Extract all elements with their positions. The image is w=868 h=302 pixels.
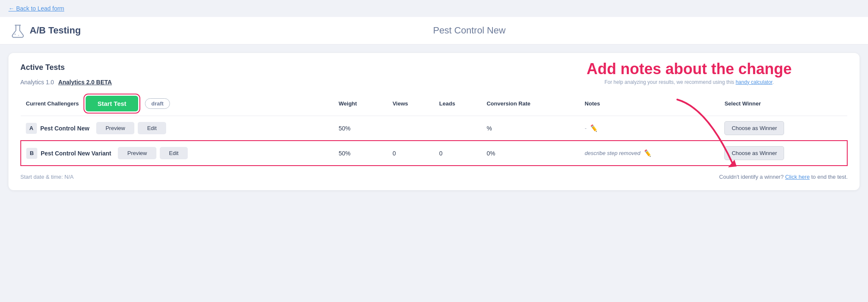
row-b-winner-cell: Choose as Winner xyxy=(719,141,847,166)
row-a-choose-winner-button[interactable]: Choose as Winner xyxy=(724,121,784,135)
header-center-title: Pest Control New xyxy=(81,25,858,36)
svg-point-0 xyxy=(14,33,16,35)
table-header-row: Current Challengers Start Test draft Wei… xyxy=(21,91,847,116)
back-to-lead-form-link[interactable]: Back to Lead form xyxy=(0,0,73,17)
ab-test-table: Current Challengers Start Test draft Wei… xyxy=(20,91,848,166)
row-b-leads: 0 xyxy=(434,141,481,166)
page-wrapper: Back to Lead form A/B Testing Pest Contr… xyxy=(0,0,868,302)
variant-badge-a: A xyxy=(26,123,37,134)
row-a-notes-edit-icon[interactable]: ✏️ xyxy=(589,124,598,132)
start-date: Start date & time: N/A xyxy=(20,174,74,180)
th-conversion-rate: Conversion Rate xyxy=(481,91,579,116)
row-a-leads xyxy=(434,116,481,141)
end-test-link[interactable]: Click here xyxy=(785,174,810,180)
th-weight: Weight xyxy=(334,91,387,116)
svg-point-1 xyxy=(18,35,19,36)
row-b-views: 0 xyxy=(387,141,434,166)
draft-badge: draft xyxy=(145,98,170,109)
row-a-notes-cell: - ✏️ xyxy=(580,116,720,141)
flask-icon xyxy=(10,23,25,38)
tab-analytics-2[interactable]: Analytics 2.0 BETA xyxy=(58,79,112,86)
header-bar: A/B Testing Pest Control New xyxy=(0,17,868,44)
tab-analytics-1[interactable]: Analytics 1.0 xyxy=(20,79,54,86)
ab-testing-card: Add notes about the change For help anal… xyxy=(8,53,860,190)
row-a-edit-button[interactable]: Edit xyxy=(138,122,166,134)
row-b-notes-value: describe step removed xyxy=(585,150,641,156)
th-challengers: Current Challengers Start Test draft xyxy=(21,91,334,116)
main-content: Add notes about the change For help anal… xyxy=(8,53,860,190)
row-b-weight: 50% xyxy=(334,141,387,166)
row-a-preview-button[interactable]: Preview xyxy=(96,122,134,134)
logo-area: A/B Testing xyxy=(10,23,81,38)
variant-badge-b: B xyxy=(26,148,37,159)
active-tests-label: Active Tests xyxy=(20,63,65,72)
table-row: A Pest Control New Preview Edit 50% xyxy=(21,116,847,141)
row-b-edit-button[interactable]: Edit xyxy=(160,147,188,159)
header-title: A/B Testing xyxy=(30,25,81,36)
start-test-button[interactable]: Start Test xyxy=(86,96,138,111)
row-b-notes-edit-icon[interactable]: ✏️ xyxy=(643,149,651,157)
row-b-notes-cell: describe step removed ✏️ xyxy=(580,141,720,166)
table-row: B Pest Control New Variant Preview Edit … xyxy=(21,141,847,166)
footer-row: Start date & time: N/A Couldn't identify… xyxy=(20,174,848,180)
row-a-weight: 50% xyxy=(334,116,387,141)
row-a-conversion-rate: % xyxy=(481,116,579,141)
row-b-preview-button[interactable]: Preview xyxy=(118,147,156,159)
row-a-name-cell: A Pest Control New Preview Edit xyxy=(21,116,334,141)
row-b-name: Pest Control New Variant xyxy=(41,150,111,157)
row-b-choose-winner-button[interactable]: Choose as Winner xyxy=(724,146,784,160)
th-select-winner: Select Winner xyxy=(719,91,847,116)
row-b-name-cell: B Pest Control New Variant Preview Edit xyxy=(21,141,334,166)
row-a-views xyxy=(387,116,434,141)
row-a-winner-cell: Choose as Winner xyxy=(719,116,847,141)
row-a-notes-value: - xyxy=(585,125,587,131)
analytics-tabs: Analytics 1.0 Analytics 2.0 BETA xyxy=(20,79,848,86)
card-header-row: Active Tests xyxy=(20,63,848,72)
row-a-name: Pest Control New xyxy=(40,125,89,132)
th-notes: Notes xyxy=(580,91,720,116)
th-views: Views xyxy=(387,91,434,116)
row-b-conversion-rate: 0% xyxy=(481,141,579,166)
identify-winner-text: Couldn't identify a winner? Click here t… xyxy=(719,174,848,180)
th-leads: Leads xyxy=(434,91,481,116)
